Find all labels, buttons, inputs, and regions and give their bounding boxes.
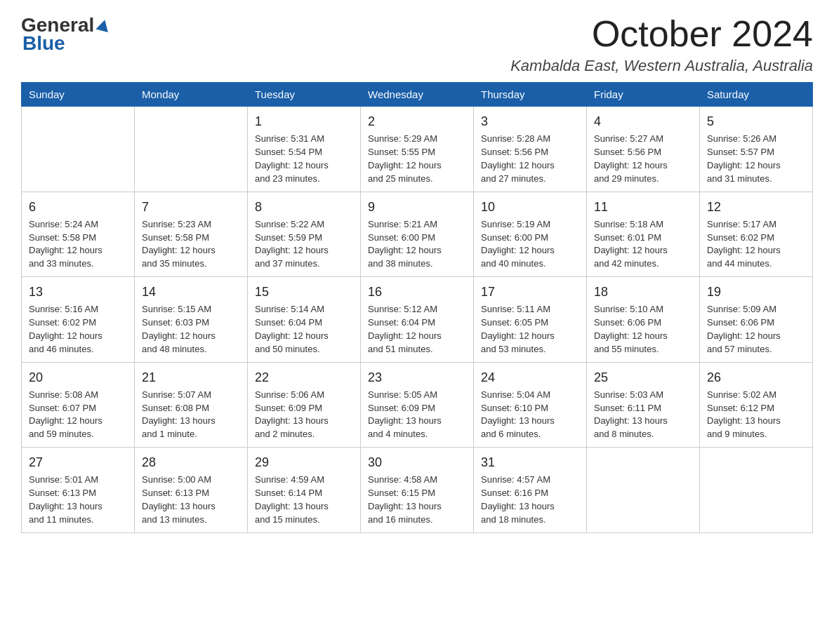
day-number: 18: [594, 283, 692, 301]
calendar-week-row: 6Sunrise: 5:24 AM Sunset: 5:58 PM Daylig…: [22, 192, 813, 276]
day-info: Sunrise: 5:18 AM Sunset: 6:01 PM Dayligh…: [594, 218, 692, 271]
day-number: 7: [142, 198, 240, 216]
day-number: 19: [707, 283, 805, 301]
title-section: October 2024 Kambalda East, Western Aust…: [510, 14, 813, 75]
day-info: Sunrise: 4:58 AM Sunset: 6:15 PM Dayligh…: [368, 474, 466, 526]
table-row: 23Sunrise: 5:05 AM Sunset: 6:09 PM Dayli…: [361, 362, 474, 447]
table-row: 1Sunrise: 5:31 AM Sunset: 5:54 PM Daylig…: [248, 107, 361, 192]
day-info: Sunrise: 5:19 AM Sunset: 6:00 PM Dayligh…: [481, 218, 579, 271]
day-number: 25: [594, 368, 692, 387]
col-wednesday: Wednesday: [361, 83, 474, 107]
table-row: [135, 107, 248, 192]
table-row: 13Sunrise: 5:16 AM Sunset: 6:02 PM Dayli…: [22, 277, 135, 362]
table-row: 28Sunrise: 5:00 AM Sunset: 6:13 PM Dayli…: [135, 448, 248, 532]
day-info: Sunrise: 5:21 AM Sunset: 6:00 PM Dayligh…: [368, 218, 466, 271]
table-row: 31Sunrise: 4:57 AM Sunset: 6:16 PM Dayli…: [474, 448, 587, 532]
table-row: 21Sunrise: 5:07 AM Sunset: 6:08 PM Dayli…: [135, 362, 248, 447]
day-number: 15: [255, 283, 353, 301]
day-info: Sunrise: 5:28 AM Sunset: 5:56 PM Dayligh…: [481, 133, 579, 185]
table-row: 15Sunrise: 5:14 AM Sunset: 6:04 PM Dayli…: [248, 277, 361, 362]
calendar-week-row: 1Sunrise: 5:31 AM Sunset: 5:54 PM Daylig…: [22, 107, 813, 192]
header: General Blue October 2024 Kambalda East,…: [21, 14, 813, 75]
day-info: Sunrise: 5:11 AM Sunset: 6:05 PM Dayligh…: [481, 303, 579, 356]
day-info: Sunrise: 5:03 AM Sunset: 6:11 PM Dayligh…: [594, 389, 692, 441]
day-info: Sunrise: 5:17 AM Sunset: 6:02 PM Dayligh…: [707, 218, 805, 271]
day-number: 21: [142, 368, 240, 387]
day-info: Sunrise: 5:22 AM Sunset: 5:59 PM Dayligh…: [255, 218, 353, 271]
table-row: 16Sunrise: 5:12 AM Sunset: 6:04 PM Dayli…: [361, 277, 474, 362]
day-info: Sunrise: 5:12 AM Sunset: 6:04 PM Dayligh…: [368, 303, 466, 356]
day-number: 16: [368, 283, 466, 301]
calendar-week-row: 13Sunrise: 5:16 AM Sunset: 6:02 PM Dayli…: [22, 277, 813, 362]
table-row: 4Sunrise: 5:27 AM Sunset: 5:56 PM Daylig…: [587, 107, 700, 192]
day-info: Sunrise: 5:31 AM Sunset: 5:54 PM Dayligh…: [255, 133, 353, 185]
day-info: Sunrise: 5:23 AM Sunset: 5:58 PM Dayligh…: [142, 218, 240, 271]
day-number: 6: [29, 198, 127, 216]
day-number: 10: [481, 198, 579, 216]
day-info: Sunrise: 5:06 AM Sunset: 6:09 PM Dayligh…: [255, 389, 353, 441]
day-info: Sunrise: 5:15 AM Sunset: 6:03 PM Dayligh…: [142, 303, 240, 356]
day-info: Sunrise: 5:14 AM Sunset: 6:04 PM Dayligh…: [255, 303, 353, 356]
table-row: 6Sunrise: 5:24 AM Sunset: 5:58 PM Daylig…: [22, 192, 135, 276]
logo-arrow-icon: [95, 18, 111, 34]
day-info: Sunrise: 5:16 AM Sunset: 6:02 PM Dayligh…: [29, 303, 127, 356]
col-saturday: Saturday: [700, 83, 813, 107]
table-row: 17Sunrise: 5:11 AM Sunset: 6:05 PM Dayli…: [474, 277, 587, 362]
table-row: 30Sunrise: 4:58 AM Sunset: 6:15 PM Dayli…: [361, 448, 474, 532]
logo-text-blue: Blue: [22, 32, 65, 55]
table-row: 20Sunrise: 5:08 AM Sunset: 6:07 PM Dayli…: [22, 362, 135, 447]
day-number: 4: [594, 112, 692, 130]
day-info: Sunrise: 5:02 AM Sunset: 6:12 PM Dayligh…: [707, 389, 805, 441]
day-info: Sunrise: 5:04 AM Sunset: 6:10 PM Dayligh…: [481, 389, 579, 441]
day-info: Sunrise: 5:24 AM Sunset: 5:58 PM Dayligh…: [29, 218, 127, 271]
table-row: 19Sunrise: 5:09 AM Sunset: 6:06 PM Dayli…: [700, 277, 813, 362]
calendar-week-row: 27Sunrise: 5:01 AM Sunset: 6:13 PM Dayli…: [22, 448, 813, 532]
day-number: 14: [142, 283, 240, 301]
table-row: 2Sunrise: 5:29 AM Sunset: 5:55 PM Daylig…: [361, 107, 474, 192]
day-info: Sunrise: 5:07 AM Sunset: 6:08 PM Dayligh…: [142, 389, 240, 441]
calendar-week-row: 20Sunrise: 5:08 AM Sunset: 6:07 PM Dayli…: [22, 362, 813, 447]
day-number: 31: [481, 453, 579, 471]
day-number: 8: [255, 198, 353, 216]
col-tuesday: Tuesday: [248, 83, 361, 107]
table-row: 8Sunrise: 5:22 AM Sunset: 5:59 PM Daylig…: [248, 192, 361, 276]
logo: General Blue: [21, 14, 111, 55]
day-number: 3: [481, 112, 579, 130]
calendar-header-row: Sunday Monday Tuesday Wednesday Thursday…: [22, 83, 813, 107]
day-number: 27: [29, 453, 127, 471]
day-info: Sunrise: 4:59 AM Sunset: 6:14 PM Dayligh…: [255, 474, 353, 526]
day-number: 28: [142, 453, 240, 471]
day-info: Sunrise: 5:10 AM Sunset: 6:06 PM Dayligh…: [594, 303, 692, 356]
day-number: 2: [368, 112, 466, 130]
day-number: 9: [368, 198, 466, 216]
svg-marker-0: [96, 18, 112, 32]
day-number: 29: [255, 453, 353, 471]
table-row: 7Sunrise: 5:23 AM Sunset: 5:58 PM Daylig…: [135, 192, 248, 276]
table-row: 5Sunrise: 5:26 AM Sunset: 5:57 PM Daylig…: [700, 107, 813, 192]
day-info: Sunrise: 5:08 AM Sunset: 6:07 PM Dayligh…: [29, 389, 127, 441]
day-info: Sunrise: 4:57 AM Sunset: 6:16 PM Dayligh…: [481, 474, 579, 526]
table-row: 29Sunrise: 4:59 AM Sunset: 6:14 PM Dayli…: [248, 448, 361, 532]
day-number: 30: [368, 453, 466, 471]
table-row: 11Sunrise: 5:18 AM Sunset: 6:01 PM Dayli…: [587, 192, 700, 276]
table-row: 25Sunrise: 5:03 AM Sunset: 6:11 PM Dayli…: [587, 362, 700, 447]
table-row: 18Sunrise: 5:10 AM Sunset: 6:06 PM Dayli…: [587, 277, 700, 362]
table-row: [587, 448, 700, 532]
col-thursday: Thursday: [474, 83, 587, 107]
table-row: 22Sunrise: 5:06 AM Sunset: 6:09 PM Dayli…: [248, 362, 361, 447]
col-friday: Friday: [587, 83, 700, 107]
day-info: Sunrise: 5:29 AM Sunset: 5:55 PM Dayligh…: [368, 133, 466, 185]
day-info: Sunrise: 5:05 AM Sunset: 6:09 PM Dayligh…: [368, 389, 466, 441]
day-number: 11: [594, 198, 692, 216]
day-info: Sunrise: 5:01 AM Sunset: 6:13 PM Dayligh…: [29, 474, 127, 526]
table-row: [22, 107, 135, 192]
day-number: 26: [707, 368, 805, 387]
day-number: 12: [707, 198, 805, 216]
col-sunday: Sunday: [22, 83, 135, 107]
day-info: Sunrise: 5:27 AM Sunset: 5:56 PM Dayligh…: [594, 133, 692, 185]
table-row: [700, 448, 813, 532]
table-row: 10Sunrise: 5:19 AM Sunset: 6:00 PM Dayli…: [474, 192, 587, 276]
location-title: Kambalda East, Western Australia, Austra…: [510, 57, 813, 75]
month-title: October 2024: [510, 14, 813, 54]
table-row: 14Sunrise: 5:15 AM Sunset: 6:03 PM Dayli…: [135, 277, 248, 362]
